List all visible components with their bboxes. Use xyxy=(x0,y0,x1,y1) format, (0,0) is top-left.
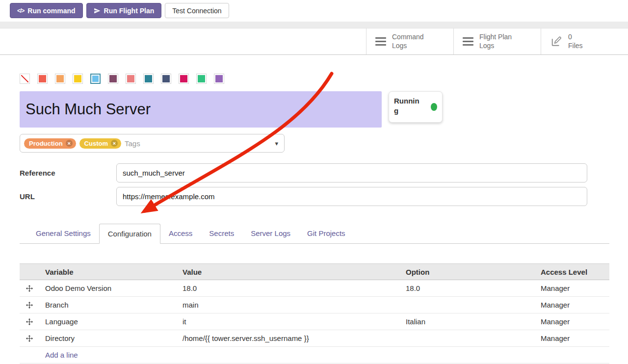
tab-server-logs[interactable]: Server Logs xyxy=(242,224,299,243)
table-row[interactable]: Directory /home/{{ tower.server.ssh_user… xyxy=(20,330,609,347)
table-row[interactable]: Language it Italian Manager xyxy=(20,313,609,330)
cell-option[interactable]: Italian xyxy=(400,317,535,326)
cell-variable[interactable]: Directory xyxy=(39,334,177,342)
drag-handle-icon[interactable] xyxy=(20,318,39,325)
drag-handle-icon[interactable] xyxy=(20,302,39,309)
command-logs-button[interactable]: Command Logs xyxy=(366,28,453,54)
cell-value[interactable]: it xyxy=(177,317,400,326)
cell-access[interactable]: Manager xyxy=(535,334,609,342)
form-fields: Reference such_much_server URL https://m… xyxy=(20,163,587,206)
table-row[interactable]: Odoo Demo Version 18.0 18.0 Manager xyxy=(20,280,609,297)
cell-access[interactable]: Manager xyxy=(535,317,609,326)
color-swatch[interactable] xyxy=(196,74,207,84)
divider-strip xyxy=(0,22,628,28)
color-swatch[interactable] xyxy=(55,74,65,84)
run-flight-plan-label: Run Flight Plan xyxy=(104,7,155,15)
url-input[interactable]: https://memes.example.com xyxy=(116,187,587,206)
run-command-button[interactable]: </> Run command xyxy=(10,3,83,18)
header-variable: Variable xyxy=(39,268,177,276)
header-access-level: Access Level xyxy=(535,268,609,276)
stat-bar: Command Logs Flight Plan Logs 0 Files xyxy=(0,28,628,55)
tab-secrets[interactable]: Secrets xyxy=(201,224,242,243)
top-toolbar: </> Run command Run Flight Plan Test Con… xyxy=(0,0,628,22)
color-swatch[interactable] xyxy=(161,74,171,84)
reference-label: Reference xyxy=(20,169,116,177)
main-content: Such Much Server Running Production × Cu… xyxy=(0,74,628,364)
run-command-label: Run command xyxy=(27,7,75,15)
cell-option[interactable]: 18.0 xyxy=(400,284,535,292)
color-swatch[interactable] xyxy=(37,74,48,84)
color-picker xyxy=(20,74,609,84)
status-badge[interactable]: Running xyxy=(389,91,443,123)
reference-input[interactable]: such_much_server xyxy=(116,163,587,182)
tag-pill: Production × xyxy=(24,138,76,149)
color-swatch[interactable] xyxy=(214,74,224,84)
color-swatch[interactable] xyxy=(73,74,83,84)
run-flight-plan-button[interactable]: Run Flight Plan xyxy=(86,3,162,18)
cell-variable[interactable]: Language xyxy=(39,317,177,326)
paper-plane-icon xyxy=(94,7,101,14)
color-swatch[interactable] xyxy=(143,74,154,84)
flight-plan-logs-button[interactable]: Flight Plan Logs xyxy=(453,28,541,54)
add-line-link[interactable]: Add a line xyxy=(45,351,78,359)
status-label: Running xyxy=(394,96,420,118)
tag-label: Custom xyxy=(84,140,108,147)
color-swatch-none[interactable] xyxy=(20,74,30,84)
tag-label: Production xyxy=(29,140,63,147)
cell-value[interactable]: main xyxy=(177,301,400,309)
command-logs-label: Command Logs xyxy=(392,33,431,50)
files-label: Files xyxy=(568,42,583,51)
tags-input[interactable]: Production × Custom × Tags ▾ xyxy=(20,134,285,153)
color-swatch[interactable] xyxy=(179,74,189,84)
tab-general-settings[interactable]: General Settings xyxy=(27,224,99,243)
cell-variable[interactable]: Branch xyxy=(39,301,177,309)
color-swatch[interactable] xyxy=(126,74,136,84)
color-swatch-selected[interactable] xyxy=(90,74,101,84)
files-count: 0 xyxy=(568,33,583,42)
tag-remove-icon[interactable]: × xyxy=(66,140,73,147)
files-button[interactable]: 0 Files xyxy=(541,28,628,54)
status-dot-icon xyxy=(431,103,437,111)
tab-configuration[interactable]: Configuration xyxy=(99,224,160,244)
list-icon xyxy=(463,37,473,46)
notebook-tabs: General Settings Configuration Access Se… xyxy=(20,224,609,244)
edit-icon xyxy=(550,35,562,48)
header-value: Value xyxy=(177,268,400,276)
code-icon: </> xyxy=(17,7,24,14)
cell-value[interactable]: /home/{{ tower.server.ssh_username }} xyxy=(177,334,400,342)
table-row[interactable]: Branch main Manager xyxy=(20,297,609,313)
cell-variable[interactable]: Odoo Demo Version xyxy=(39,284,177,292)
table-header-row: Variable Value Option Access Level xyxy=(20,263,609,280)
drag-handle-icon[interactable] xyxy=(20,335,39,342)
cell-value[interactable]: 18.0 xyxy=(177,284,400,292)
tab-access[interactable]: Access xyxy=(160,224,201,243)
chevron-down-icon[interactable]: ▾ xyxy=(275,140,278,147)
tag-remove-icon[interactable]: × xyxy=(111,140,118,147)
test-connection-button[interactable]: Test Connection xyxy=(165,3,229,18)
variables-table: Variable Value Option Access Level Odoo … xyxy=(20,263,609,364)
url-label: URL xyxy=(20,192,116,201)
tab-git-projects[interactable]: Git Projects xyxy=(299,224,354,243)
add-line-row: Add a line xyxy=(20,347,609,364)
cell-access[interactable]: Manager xyxy=(535,284,609,292)
flight-plan-logs-label: Flight Plan Logs xyxy=(479,33,519,50)
color-swatch[interactable] xyxy=(108,74,118,84)
header-option: Option xyxy=(400,268,535,276)
server-name-input[interactable]: Such Much Server xyxy=(20,91,382,128)
drag-handle-icon[interactable] xyxy=(20,285,39,292)
tag-pill: Custom × xyxy=(79,138,121,149)
cell-access[interactable]: Manager xyxy=(535,301,609,309)
list-icon xyxy=(375,37,386,46)
tags-placeholder: Tags xyxy=(125,139,140,148)
